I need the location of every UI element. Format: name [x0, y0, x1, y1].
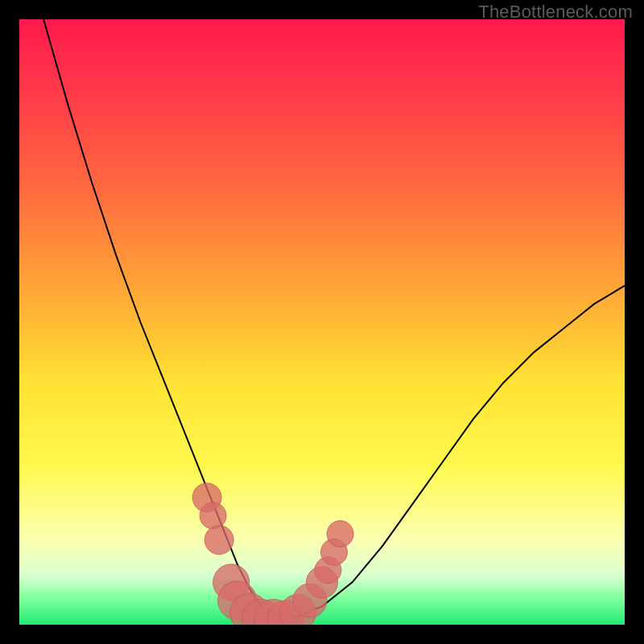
chart-plot-area — [19, 19, 625, 625]
curve-marker — [293, 584, 327, 617]
curve-marker — [321, 539, 348, 565]
curve-marker — [242, 599, 281, 625]
curve-marker — [213, 564, 250, 601]
curve-marker — [230, 593, 269, 625]
bottleneck-curve-svg — [19, 19, 625, 625]
curve-markers — [192, 483, 353, 625]
curve-marker — [192, 483, 221, 512]
attribution-text: TheBottleneck.com — [478, 2, 633, 23]
curve-marker — [327, 521, 353, 547]
curve-marker — [254, 599, 293, 625]
curve-marker — [218, 581, 257, 620]
curve-marker — [204, 526, 233, 555]
bottleneck-curve-path — [43, 19, 625, 619]
curve-marker — [315, 557, 341, 584]
curve-marker — [306, 567, 337, 598]
curve-marker — [267, 601, 303, 625]
curve-marker — [200, 502, 226, 529]
curve-marker — [279, 594, 316, 625]
